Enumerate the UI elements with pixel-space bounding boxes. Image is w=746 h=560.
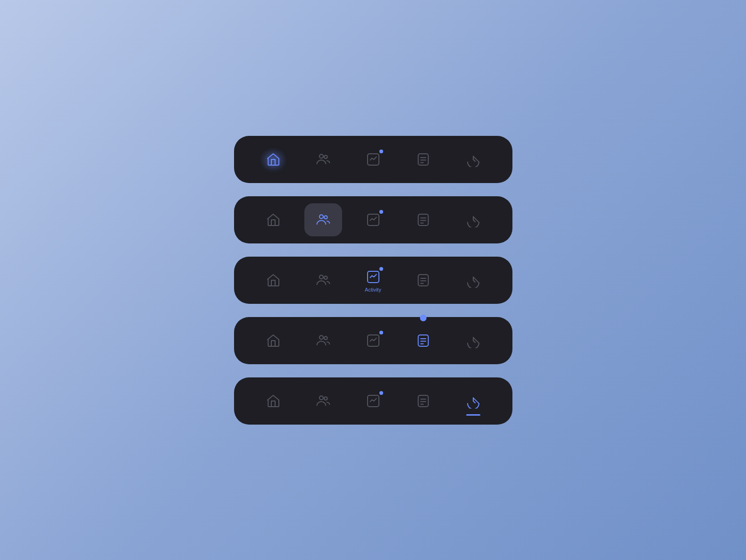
activity-notif-dot — [379, 391, 383, 395]
nav-activity-row4[interactable] — [354, 324, 392, 357]
svg-point-28 — [319, 396, 323, 400]
nav-reports-row1[interactable] — [454, 143, 492, 176]
nav-home-row1[interactable] — [254, 143, 292, 176]
nav-team-row2[interactable] — [304, 203, 342, 236]
team-icon — [314, 392, 332, 410]
navbar-row2 — [234, 196, 512, 243]
reports-icon — [464, 150, 482, 168]
svg-rect-24 — [418, 335, 428, 346]
home-icon — [264, 271, 282, 289]
nav-notes-row3[interactable] — [404, 264, 442, 297]
svg-point-21 — [319, 335, 323, 339]
navbars-container: Activity — [234, 136, 512, 425]
nav-activity-row2[interactable] — [354, 203, 392, 236]
svg-rect-17 — [418, 275, 428, 286]
nav-team-row5[interactable] — [304, 384, 342, 418]
home-icon — [264, 150, 282, 168]
activity-icon-wrap — [364, 211, 382, 229]
team-icon — [314, 271, 332, 289]
nav-notes-row2[interactable] — [404, 203, 442, 236]
nav-notes-row1[interactable] — [404, 143, 442, 176]
activity-icon-wrap — [364, 150, 382, 168]
svg-point-1 — [324, 155, 327, 159]
activity-notif-dot — [379, 331, 383, 334]
activity-icon — [364, 332, 382, 350]
nav-reports-row4[interactable] — [454, 324, 492, 357]
nav-notes-row4[interactable] — [404, 324, 442, 357]
nav-home-row5[interactable] — [254, 384, 292, 418]
nav-team-row1[interactable] — [304, 143, 342, 176]
reports-icon — [464, 211, 482, 229]
activity-icon — [364, 211, 382, 229]
svg-point-15 — [324, 276, 327, 279]
nav-reports-row5[interactable] — [454, 384, 492, 418]
team-icon — [314, 211, 332, 229]
activity-icon — [364, 150, 382, 168]
nav-team-row3[interactable] — [304, 264, 342, 297]
reports-icon — [464, 332, 482, 350]
activity-label: Activity — [365, 287, 381, 293]
nav-activity-row5[interactable] — [354, 384, 392, 418]
reports-icon — [464, 392, 482, 410]
notes-icon — [414, 150, 432, 168]
home-icon — [264, 392, 282, 410]
svg-point-22 — [324, 336, 327, 340]
navbar-row1 — [234, 136, 512, 183]
activity-icon — [364, 268, 382, 286]
notes-icon — [414, 392, 432, 410]
notes-icon — [414, 332, 432, 350]
activity-notif-dot — [379, 267, 383, 271]
nav-activity-row1[interactable] — [354, 143, 392, 176]
team-icon — [314, 332, 332, 350]
svg-rect-10 — [418, 214, 428, 226]
activity-icon-wrap — [364, 332, 382, 350]
svg-point-14 — [319, 275, 323, 279]
nav-team-row4[interactable] — [304, 324, 342, 357]
navbar-row5 — [234, 377, 512, 425]
nav-home-row2[interactable] — [254, 203, 292, 236]
nav-home-row4[interactable] — [254, 324, 292, 357]
reports-icon — [464, 271, 482, 289]
activity-notif-dot — [379, 150, 383, 153]
svg-point-7 — [319, 215, 323, 218]
navbar-row4 — [234, 317, 512, 364]
nav-activity-row3[interactable]: Activity — [354, 261, 392, 299]
activity-notif-dot — [379, 210, 383, 214]
activity-icon — [364, 392, 382, 410]
home-icon — [264, 332, 282, 350]
svg-rect-31 — [418, 395, 428, 407]
navbar-row3: Activity — [234, 257, 512, 304]
nav-reports-row3[interactable] — [454, 264, 492, 297]
notes-icon — [414, 211, 432, 229]
notes-icon — [414, 271, 432, 289]
svg-point-8 — [324, 216, 327, 219]
activity-icon-wrap — [364, 392, 382, 410]
home-icon — [264, 211, 282, 229]
nav-home-row3[interactable] — [254, 264, 292, 297]
team-icon — [314, 150, 332, 168]
svg-point-0 — [319, 154, 323, 158]
svg-rect-3 — [418, 154, 428, 165]
nav-reports-row2[interactable] — [454, 203, 492, 236]
activity-icon-wrap — [364, 268, 382, 286]
svg-point-29 — [324, 397, 327, 400]
nav-notes-row5[interactable] — [404, 384, 442, 418]
